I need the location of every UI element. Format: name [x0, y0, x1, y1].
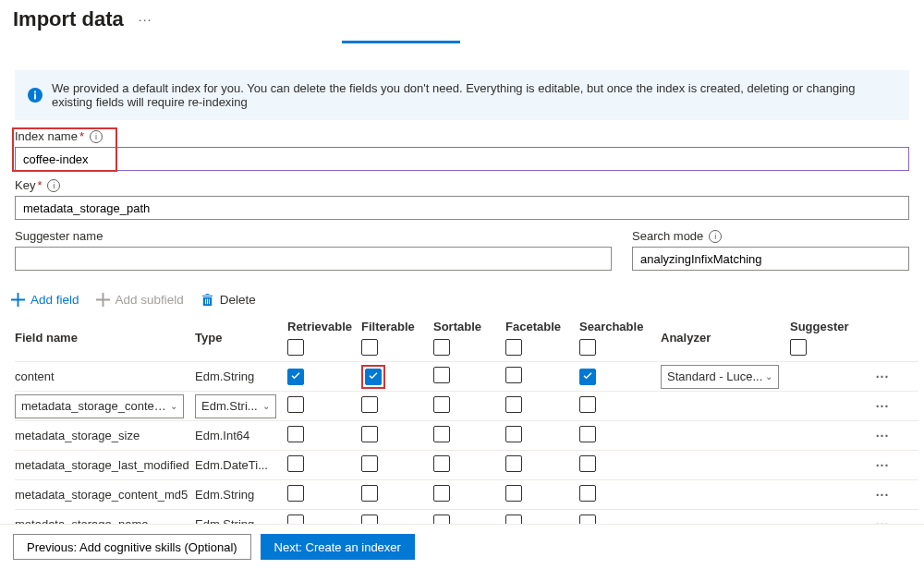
- page-title: Import data: [13, 7, 124, 31]
- checkbox-searchable[interactable]: [579, 396, 596, 413]
- search-mode-label: Search mode: [632, 229, 703, 243]
- required-marker: *: [79, 129, 84, 143]
- next-button[interactable]: Next: Create an indexer: [261, 534, 415, 560]
- checkbox-retrievable[interactable]: [287, 369, 304, 385]
- required-marker: *: [37, 178, 42, 192]
- col-filterable: Filterable: [361, 320, 415, 333]
- checkbox-facetable[interactable]: [505, 426, 522, 442]
- info-hint-icon[interactable]: i: [90, 130, 103, 143]
- index-name-input[interactable]: [15, 147, 909, 171]
- chevron-down-icon: ⌄: [170, 401, 177, 411]
- field-name: metadata_storage_size: [15, 429, 195, 442]
- checkbox-filterable[interactable]: [361, 396, 378, 413]
- table-row: metadata_storage_content_ty...⌄Edm.Stri.…: [15, 391, 918, 420]
- checkbox-filterable[interactable]: [361, 426, 378, 442]
- table-row: metadata_storage_last_modifiedEdm.DateTi…: [15, 450, 918, 479]
- checkbox-all-suggester[interactable]: [790, 339, 807, 356]
- info-hint-icon[interactable]: i: [709, 230, 722, 243]
- info-banner: We provided a default index for you. You…: [15, 70, 909, 120]
- previous-button[interactable]: Previous: Add cognitive skills (Optional…: [13, 534, 251, 560]
- checkbox-searchable[interactable]: [579, 426, 596, 442]
- col-sortable: Sortable: [433, 320, 481, 333]
- checkbox-searchable[interactable]: [579, 369, 596, 385]
- checkbox-all-retrievable[interactable]: [287, 339, 304, 356]
- key-label: Key: [15, 178, 35, 192]
- info-icon: [28, 88, 43, 103]
- row-more-icon[interactable]: ···: [864, 369, 901, 384]
- col-type: Type: [195, 331, 287, 345]
- checkbox-retrievable[interactable]: [287, 455, 304, 472]
- checkbox-all-filterable[interactable]: [361, 339, 378, 356]
- plus-icon: [11, 293, 25, 307]
- checkbox-retrievable[interactable]: [287, 426, 304, 442]
- checkbox-searchable[interactable]: [579, 485, 596, 502]
- field-type: Edm.String: [195, 369, 287, 383]
- chevron-down-icon: ⌄: [765, 371, 772, 381]
- row-more-icon[interactable]: ···: [864, 399, 901, 414]
- svg-rect-5: [209, 299, 210, 305]
- svg-rect-2: [34, 91, 36, 93]
- checkbox-all-facetable[interactable]: [505, 339, 522, 356]
- add-field-button[interactable]: Add field: [11, 293, 79, 307]
- col-facetable: Facetable: [505, 320, 561, 333]
- checkbox-searchable[interactable]: [579, 455, 596, 472]
- plus-icon: [96, 293, 110, 307]
- row-more-icon[interactable]: ···: [864, 429, 901, 443]
- suggester-name-label: Suggester name: [15, 229, 103, 243]
- field-name: metadata_storage_last_modified: [15, 458, 195, 472]
- svg-rect-3: [205, 299, 206, 305]
- analyzer-dropdown[interactable]: Standard - Luce...⌄: [661, 365, 779, 389]
- checkbox-facetable[interactable]: [505, 455, 522, 472]
- type-dropdown[interactable]: Edm.Stri...⌄: [195, 394, 276, 418]
- field-type: Edm.Int64: [195, 429, 287, 442]
- footer: Previous: Add cognitive skills (Optional…: [0, 524, 924, 569]
- trash-icon: [201, 293, 214, 307]
- checkbox-retrievable[interactable]: [287, 396, 304, 413]
- checkbox-sortable[interactable]: [433, 485, 450, 502]
- table-row: contentEdm.StringStandard - Luce...⌄···: [15, 361, 918, 391]
- active-tab-indicator: [342, 41, 460, 43]
- add-subfield-button: Add subfield: [96, 293, 184, 307]
- search-mode-input[interactable]: [632, 247, 909, 271]
- field-type: Edm.String: [195, 488, 287, 502]
- svg-rect-4: [207, 299, 208, 305]
- key-input[interactable]: [15, 196, 909, 220]
- field-name-dropdown[interactable]: metadata_storage_content_ty...⌄: [15, 394, 184, 418]
- table-row: metadata_storage_content_md5Edm.String··…: [15, 479, 918, 509]
- filterable-highlight: [361, 365, 385, 389]
- checkbox-facetable[interactable]: [505, 396, 522, 413]
- delete-button[interactable]: Delete: [201, 293, 256, 307]
- field-name: content: [15, 369, 195, 383]
- checkbox-sortable[interactable]: [433, 367, 450, 383]
- row-more-icon[interactable]: ···: [864, 488, 901, 502]
- field-name: metadata_storage_content_md5: [15, 488, 195, 502]
- header-more-icon[interactable]: ···: [139, 12, 152, 27]
- table-row: metadata_storage_sizeEdm.Int64···: [15, 420, 918, 450]
- index-name-label: Index name: [15, 129, 78, 143]
- col-field-name: Field name: [15, 331, 195, 345]
- checkbox-retrievable[interactable]: [287, 485, 304, 502]
- checkbox-sortable[interactable]: [433, 426, 450, 442]
- field-type: Edm.DateTi...: [195, 458, 287, 472]
- checkbox-sortable[interactable]: [433, 455, 450, 472]
- row-more-icon[interactable]: ···: [864, 458, 901, 473]
- checkbox-filterable[interactable]: [361, 455, 378, 472]
- checkbox-filterable[interactable]: [365, 369, 382, 385]
- chevron-down-icon: ⌄: [262, 401, 270, 411]
- checkbox-filterable[interactable]: [361, 485, 378, 502]
- col-searchable: Searchable: [579, 320, 643, 333]
- col-analyzer: Analyzer: [661, 331, 790, 345]
- suggester-name-input[interactable]: [15, 247, 612, 271]
- info-hint-icon[interactable]: i: [47, 179, 60, 192]
- col-suggester: Suggester: [790, 320, 849, 333]
- checkbox-all-searchable[interactable]: [579, 339, 596, 356]
- checkbox-facetable[interactable]: [505, 367, 522, 383]
- col-retrievable: Retrievable: [287, 320, 352, 333]
- checkbox-all-sortable[interactable]: [433, 339, 450, 356]
- checkbox-facetable[interactable]: [505, 485, 522, 502]
- svg-rect-1: [34, 94, 36, 100]
- table-header: Field name Type Retrievable Filterable S…: [15, 316, 918, 361]
- info-text: We provided a default index for you. You…: [52, 81, 896, 109]
- checkbox-sortable[interactable]: [433, 396, 450, 413]
